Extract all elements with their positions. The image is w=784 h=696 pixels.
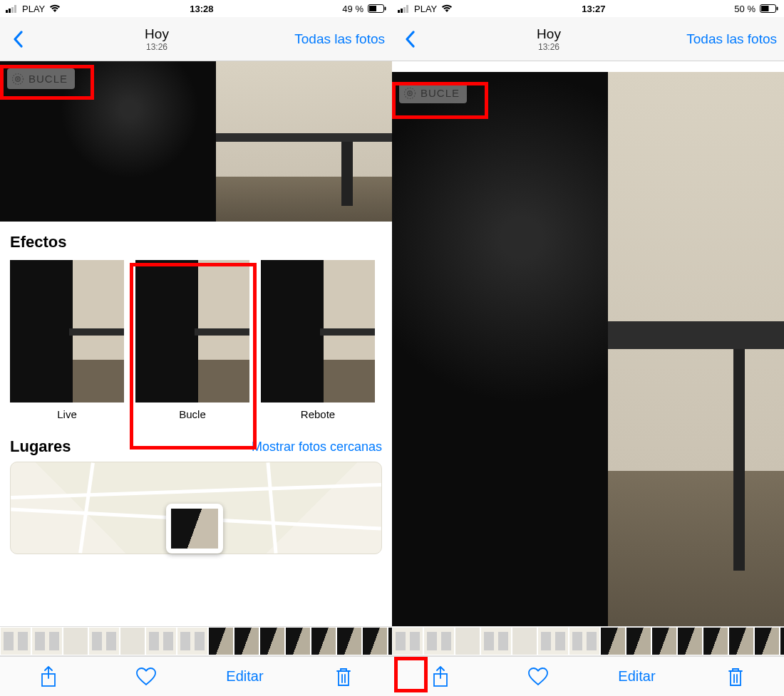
strip-thumb[interactable] — [729, 628, 753, 655]
effect-label: Bucle — [135, 408, 249, 420]
live-effect-badge[interactable]: BUCLE — [399, 83, 467, 103]
badge-label: BUCLE — [421, 87, 460, 99]
share-icon — [40, 666, 57, 687]
places-header: Lugares Mostrar fotos cercanas — [0, 427, 392, 462]
strip-thumb[interactable] — [678, 628, 702, 655]
strip-thumb[interactable] — [393, 628, 423, 655]
strip-thumb[interactable] — [311, 628, 336, 655]
strip-thumb[interactable] — [337, 628, 361, 655]
all-photos-link[interactable]: Todas las fotos — [677, 31, 777, 47]
svg-rect-16 — [761, 6, 769, 11]
svg-rect-17 — [776, 7, 778, 11]
back-button[interactable] — [7, 31, 29, 48]
strip-thumb[interactable] — [601, 628, 625, 655]
svg-rect-11 — [398, 10, 400, 13]
strip-thumb[interactable] — [234, 628, 259, 655]
photo-preview[interactable]: BUCLE — [0, 61, 392, 222]
status-bar: PLAY 13:28 49 % — [0, 0, 392, 17]
strip-thumb[interactable] — [569, 628, 599, 655]
strip-thumb[interactable] — [363, 628, 387, 655]
strip-thumb[interactable] — [209, 628, 233, 655]
live-photo-icon — [11, 73, 24, 85]
thumbnail-strip[interactable] — [392, 626, 784, 656]
nav-subtitle: 13:26 — [29, 42, 285, 52]
nav-title-group: Hoy 13:26 — [29, 26, 285, 52]
strip-thumb[interactable] — [286, 628, 310, 655]
svg-rect-5 — [369, 6, 376, 11]
carrier-label: PLAY — [414, 4, 437, 14]
carrier-label: PLAY — [22, 4, 45, 14]
battery-icon — [760, 4, 778, 13]
strip-thumb[interactable] — [703, 628, 728, 655]
strip-thumb[interactable] — [1, 628, 31, 655]
share-button[interactable] — [423, 661, 458, 692]
strip-thumb[interactable] — [89, 628, 119, 655]
strip-thumb[interactable] — [32, 628, 62, 655]
strip-thumb[interactable] — [652, 628, 676, 655]
svg-point-8 — [17, 78, 19, 80]
share-button[interactable] — [31, 661, 66, 692]
effects-section: Efectos Live Bucle Rebote — [0, 222, 392, 427]
strip-thumb[interactable] — [424, 628, 454, 655]
battery-icon — [368, 4, 386, 13]
wifi-icon — [49, 4, 61, 13]
strip-thumb[interactable] — [260, 628, 284, 655]
favorite-button[interactable] — [128, 661, 164, 692]
delete-button[interactable] — [326, 661, 361, 692]
screenshot-right: PLAY 13:27 50 % Hoy 13:26 Todas las foto… — [392, 0, 784, 696]
effects-row[interactable]: Live Bucle Rebote — [10, 260, 382, 420]
places-heading: Lugares — [10, 437, 71, 456]
svg-rect-6 — [384, 7, 386, 11]
edit-button[interactable]: Editar — [226, 668, 263, 685]
nav-subtitle: 13:26 — [421, 42, 677, 52]
live-photo-icon — [403, 87, 416, 100]
strip-thumb[interactable] — [538, 628, 568, 655]
strip-thumb[interactable] — [512, 628, 537, 655]
screenshot-left: PLAY 13:28 49 % Hoy 13:26 Todas las foto… — [0, 0, 392, 696]
photo-preview[interactable]: BUCLE — [392, 72, 784, 626]
strip-thumb[interactable] — [626, 628, 651, 655]
effect-bucle[interactable]: Bucle — [135, 260, 249, 420]
bottom-toolbar: Editar — [0, 656, 392, 696]
status-bar: PLAY 13:27 50 % — [392, 0, 784, 17]
nav-bar: Hoy 13:26 Todas las fotos — [392, 17, 784, 61]
strip-thumb[interactable] — [455, 628, 480, 655]
nav-title: Hoy — [29, 26, 285, 42]
edit-button[interactable]: Editar — [618, 668, 655, 685]
strip-thumb[interactable] — [177, 628, 207, 655]
badge-label: BUCLE — [29, 73, 68, 85]
strip-thumb[interactable] — [120, 628, 145, 655]
back-button[interactable] — [399, 31, 421, 48]
nav-title-group: Hoy 13:26 — [421, 26, 677, 52]
bottom-toolbar: Editar — [392, 656, 784, 696]
strip-thumb[interactable] — [481, 628, 511, 655]
share-icon — [432, 666, 449, 687]
strip-thumb[interactable] — [63, 628, 88, 655]
trash-icon — [335, 666, 352, 687]
live-effect-badge[interactable]: BUCLE — [7, 68, 75, 89]
map-photo-pin[interactable] — [166, 504, 223, 554]
signal-icon — [398, 5, 410, 13]
status-right: 49 % — [342, 4, 386, 14]
status-right: 50 % — [734, 4, 778, 14]
strip-thumb[interactable] — [780, 628, 784, 655]
svg-rect-13 — [403, 7, 406, 13]
spacer — [392, 61, 784, 72]
effect-rebote[interactable]: Rebote — [261, 260, 375, 420]
thumbnail-strip[interactable] — [0, 626, 392, 656]
places-map[interactable] — [10, 462, 382, 554]
strip-thumb[interactable] — [146, 628, 176, 655]
effect-thumb-rebote — [261, 260, 375, 402]
strip-thumb[interactable] — [755, 628, 779, 655]
signal-icon — [6, 5, 18, 13]
clock: 13:28 — [190, 4, 213, 14]
effect-live[interactable]: Live — [10, 260, 124, 420]
trash-icon — [727, 666, 744, 687]
favorite-button[interactable] — [520, 661, 556, 692]
all-photos-link[interactable]: Todas las fotos — [285, 31, 385, 47]
delete-button[interactable] — [718, 661, 753, 692]
nearby-photos-link[interactable]: Mostrar fotos cercanas — [252, 440, 382, 455]
svg-rect-12 — [401, 9, 403, 13]
svg-rect-1 — [9, 9, 11, 13]
effect-thumb-live — [10, 260, 124, 402]
